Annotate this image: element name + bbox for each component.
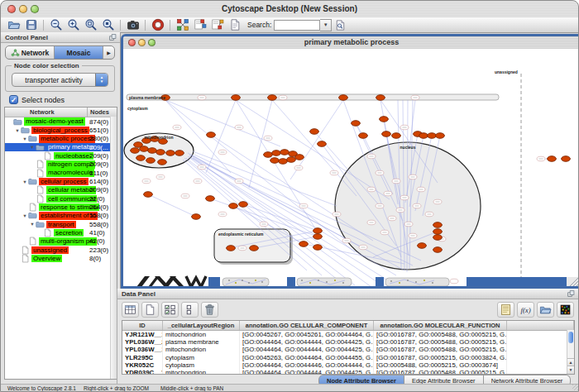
network-node[interactable] bbox=[392, 133, 401, 139]
network-node-small[interactable] bbox=[384, 191, 392, 196]
trash-button[interactable] bbox=[201, 302, 218, 318]
network-node[interactable] bbox=[419, 133, 428, 139]
network-node-small[interactable] bbox=[198, 95, 206, 100]
network-node-small[interactable] bbox=[264, 136, 272, 141]
open-folder-button[interactable] bbox=[5, 18, 22, 32]
tree-row[interactable]: secretion41(0) bbox=[5, 228, 117, 237]
network-node-small[interactable] bbox=[218, 212, 227, 217]
red-ring-button[interactable] bbox=[149, 18, 166, 32]
network-node-small[interactable] bbox=[388, 216, 396, 221]
network-node-small[interactable] bbox=[333, 212, 341, 217]
network-node[interactable] bbox=[433, 235, 443, 241]
network-node[interactable] bbox=[433, 222, 443, 228]
network-node[interactable] bbox=[436, 133, 445, 139]
tree-row[interactable]: ▼primary metabo209(... bbox=[5, 143, 117, 151]
matrix-button[interactable] bbox=[557, 302, 574, 318]
network-node-small[interactable] bbox=[411, 95, 419, 100]
tree-scrollbar[interactable] bbox=[110, 117, 117, 379]
close-button[interactable] bbox=[7, 5, 16, 13]
network-node[interactable] bbox=[131, 148, 140, 154]
close-button[interactable] bbox=[128, 39, 136, 46]
expand-arrow-icon[interactable]: ▼ bbox=[29, 222, 36, 227]
function-button[interactable]: f(x) bbox=[517, 302, 534, 318]
network-node-small[interactable] bbox=[376, 203, 384, 208]
column-header[interactable]: _cellularLayoutRegion bbox=[163, 321, 240, 330]
network-node[interactable] bbox=[207, 132, 216, 138]
network-node-small[interactable] bbox=[380, 230, 389, 235]
network-node[interactable] bbox=[140, 146, 149, 152]
network-node-small[interactable] bbox=[367, 154, 376, 159]
network-node[interactable] bbox=[339, 95, 348, 101]
network-node[interactable] bbox=[270, 158, 280, 164]
network-node-small[interactable] bbox=[235, 179, 243, 184]
network-node[interactable] bbox=[192, 214, 201, 220]
network-node[interactable] bbox=[227, 246, 236, 251]
tab-network[interactable]: Network bbox=[6, 46, 55, 59]
open-folder-small-button[interactable] bbox=[537, 302, 554, 318]
network-node-small[interactable] bbox=[342, 238, 351, 243]
network-node[interactable] bbox=[433, 247, 443, 253]
expand-arrow-icon[interactable]: ▼ bbox=[14, 128, 21, 133]
network-node[interactable] bbox=[175, 151, 184, 156]
network-node[interactable] bbox=[562, 156, 571, 162]
network-node-small[interactable] bbox=[409, 174, 417, 179]
table-row[interactable]: YPL036W__2plasma membrane[GO:0044464, GO… bbox=[122, 338, 574, 346]
tree-row[interactable]: ▼transport558(0) bbox=[5, 220, 117, 228]
network-node[interactable] bbox=[268, 95, 277, 101]
window-titlebar[interactable]: Cytoscape Desktop (New Session) bbox=[1, 1, 578, 18]
network-node-small[interactable] bbox=[359, 245, 367, 250]
tree-row[interactable]: response to stimulu264(0) bbox=[5, 203, 117, 211]
network-node[interactable] bbox=[380, 117, 389, 122]
zoom-fit-button[interactable] bbox=[82, 18, 99, 32]
network-node-small[interactable] bbox=[238, 246, 246, 251]
tree-row[interactable]: nitrogen compo209(0) bbox=[5, 160, 117, 169]
expand-arrow-icon[interactable]: ▼ bbox=[22, 179, 28, 184]
column-header[interactable]: annotation.GO CELLULAR_COMPONENT bbox=[240, 321, 374, 330]
tree-row[interactable]: mosaic-demo-yeast874(0) bbox=[5, 117, 117, 126]
network-node-small[interactable] bbox=[142, 179, 151, 184]
scrollbar-thumb[interactable] bbox=[568, 332, 573, 343]
unselect-attributes-button[interactable] bbox=[181, 302, 199, 318]
expand-arrow-icon[interactable]: ▼ bbox=[22, 213, 28, 218]
tree-row[interactable]: nucleobase-209(0) bbox=[5, 151, 117, 160]
network-node-small[interactable] bbox=[400, 195, 409, 200]
network-node-small[interactable] bbox=[181, 194, 189, 198]
tree-row[interactable]: multi-organism pro42(0) bbox=[5, 237, 117, 246]
column-header[interactable]: annotation.GO MOLECULAR_FUNCTION bbox=[374, 321, 507, 330]
network-node[interactable] bbox=[279, 159, 288, 165]
network-node[interactable] bbox=[313, 234, 323, 240]
search-input[interactable] bbox=[274, 20, 320, 31]
network-node-small[interactable] bbox=[425, 212, 433, 217]
network-node[interactable] bbox=[359, 133, 368, 139]
network-node-small[interactable] bbox=[396, 208, 404, 213]
network-node[interactable] bbox=[382, 131, 391, 137]
network-node[interactable] bbox=[136, 155, 146, 161]
network-node-small[interactable] bbox=[376, 170, 384, 175]
network-node[interactable] bbox=[318, 141, 327, 147]
table-scrollbar[interactable]: ▲ ▼ bbox=[567, 330, 574, 374]
network-node-small[interactable] bbox=[173, 125, 181, 130]
network-node[interactable] bbox=[376, 95, 385, 101]
network-node[interactable] bbox=[239, 202, 248, 208]
table-row[interactable]: YKR052Ccytoplasm[GO:0044464, GO:0044446,… bbox=[122, 361, 574, 369]
table-row[interactable]: YPL036W__1mitochondrion[GO:0044464, GO:0… bbox=[122, 346, 574, 353]
network-node-small[interactable] bbox=[409, 233, 417, 238]
network-overlay-button[interactable] bbox=[174, 18, 191, 32]
network-canvas[interactable]: plasma membranecytoplasmmitochondrionnuc… bbox=[123, 49, 579, 286]
tree-row[interactable]: ▼cellular process614(0) bbox=[5, 177, 117, 185]
network-node[interactable] bbox=[428, 133, 437, 139]
network-node-small[interactable] bbox=[156, 174, 165, 179]
network-node-small[interactable] bbox=[433, 199, 442, 204]
network-node-small[interactable] bbox=[194, 179, 202, 184]
network-node[interactable] bbox=[310, 129, 319, 135]
network-node-small[interactable] bbox=[235, 125, 243, 130]
network-node-small[interactable] bbox=[299, 203, 308, 208]
zoom-out-button[interactable] bbox=[47, 18, 65, 32]
select-attributes-button[interactable] bbox=[161, 302, 179, 318]
network-node-small[interactable] bbox=[294, 165, 303, 170]
network-node[interactable] bbox=[433, 229, 443, 235]
network-node[interactable] bbox=[352, 121, 361, 127]
zoom-window-button[interactable] bbox=[31, 5, 39, 13]
network-node-small[interactable] bbox=[367, 187, 376, 192]
network-node-small[interactable] bbox=[392, 179, 400, 184]
